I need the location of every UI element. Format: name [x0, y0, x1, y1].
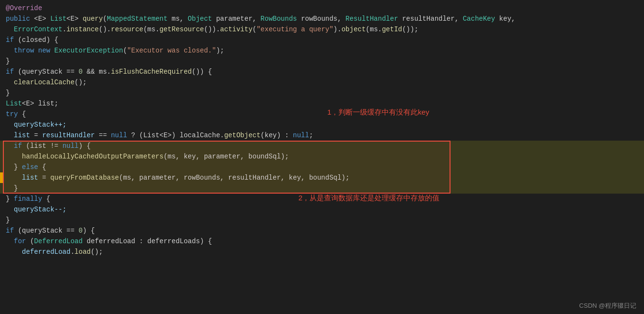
code-token: rowBounds,: [297, 13, 346, 24]
code-token: if: [6, 225, 14, 236]
code-token: }: [6, 162, 22, 172]
code-token: clearLocalCache: [14, 77, 75, 88]
code-line: } else {: [0, 162, 644, 172]
code-token: List: [6, 98, 22, 109]
code-token: [6, 24, 14, 35]
code-line: try {: [0, 109, 644, 119]
code-line: throw new ExecutorException("Executor wa…: [0, 45, 644, 56]
code-token: (ms, key, parameter, boundSql);: [164, 151, 289, 162]
code-line: queryStack++;: [0, 119, 644, 130]
code-line: deferredLoad.load();: [0, 247, 644, 257]
code-token: list: [22, 172, 39, 183]
code-token: "executing a query": [257, 24, 334, 35]
code-token: else: [22, 162, 39, 172]
code-token: <E> list;: [22, 98, 59, 109]
code-block: @Overridepublic <E> List<E> query(Mapped…: [0, 0, 644, 260]
code-token: public: [6, 13, 34, 24]
code-line: }: [0, 56, 644, 66]
code-token: ==: [95, 130, 111, 141]
code-token: [6, 141, 14, 151]
code-token: (list !=: [22, 141, 63, 151]
code-line: if (queryStack == 0 && ms.isFlushCacheRe…: [0, 66, 644, 77]
code-token: key,: [495, 13, 515, 24]
code-token: RowBounds: [260, 13, 297, 24]
code-token: if: [6, 66, 14, 77]
code-token: isFlushCacheRequired: [111, 66, 192, 77]
code-token: throw: [14, 45, 38, 56]
code-token: );: [216, 45, 224, 56]
code-token: <E>: [66, 13, 83, 24]
code-token: ResultHandler: [346, 13, 398, 24]
code-token: [6, 204, 14, 215]
code-token: }: [6, 194, 14, 204]
code-token: (ms.: [143, 24, 160, 35]
code-token: deferredLoad : deferredLoads) {: [83, 236, 212, 247]
code-token: 0: [78, 225, 82, 236]
code-token: null: [63, 141, 79, 151]
code-token: ()).: [204, 24, 220, 35]
code-token: [6, 77, 14, 88]
code-token: [6, 247, 22, 257]
code-token: (: [103, 13, 107, 24]
code-token: getResource: [159, 24, 204, 35]
code-token: }: [6, 88, 10, 98]
code-token: MappedStatement: [107, 13, 167, 24]
code-token: (ms, parameter, rowBounds, resultHandler…: [119, 172, 349, 183]
code-token: activity: [220, 24, 252, 35]
code-token: (queryStack ==: [14, 66, 78, 77]
code-token: parameter,: [212, 13, 261, 24]
code-token: if: [14, 141, 22, 151]
code-token: {: [42, 194, 51, 204]
code-line: list = resultHandler == null ? (List<E>)…: [0, 130, 644, 141]
code-token: (: [123, 45, 127, 56]
code-token: (ms.: [366, 24, 382, 35]
code-token: load: [75, 247, 91, 257]
code-token: ;: [309, 130, 313, 141]
code-token: queryStack++;: [14, 119, 66, 130]
code-token: ().: [99, 24, 111, 35]
code-token: && ms.: [83, 66, 111, 77]
code-line: public <E> List<E> query(MappedStatement…: [0, 13, 644, 24]
code-token: list: [14, 130, 30, 141]
code-line: queryStack--;: [0, 204, 644, 215]
code-token: (: [253, 24, 257, 35]
code-token: object: [341, 24, 365, 35]
code-line: for (DeferredLoad deferredLoad : deferre…: [0, 236, 644, 247]
code-token: ? (List<E>) localCache.: [127, 130, 224, 141]
code-token: (closed) {: [14, 35, 58, 45]
code-token: ).: [334, 24, 342, 35]
code-token: ();: [75, 77, 87, 88]
code-token: "Executor was closed.": [127, 45, 216, 56]
code-token: try: [6, 109, 18, 119]
code-line: list = queryFromDatabase(ms, parameter, …: [0, 172, 644, 183]
code-token: @Override: [6, 3, 42, 13]
code-token: resource: [111, 24, 143, 35]
code-token: getObject: [224, 130, 261, 141]
code-token: }: [6, 183, 18, 194]
code-line: ErrorContext.instance().resource(ms.getR…: [0, 24, 644, 35]
code-token: instance: [66, 24, 99, 35]
code-token: resultHandler,: [398, 13, 463, 24]
line-marker: [0, 172, 3, 183]
code-token: {: [38, 162, 46, 172]
code-token: [6, 236, 14, 247]
code-token: (: [26, 236, 34, 247]
code-line: if (queryStack == 0) {: [0, 225, 644, 236]
code-line: handleLocallyCachedOutputParameters(ms, …: [0, 151, 644, 162]
code-token: (key) :: [260, 130, 293, 141]
code-token: {: [18, 109, 26, 119]
code-token: =: [30, 130, 42, 141]
code-token: ms,: [167, 13, 188, 24]
code-token: query: [83, 13, 103, 24]
code-token: <E>: [34, 13, 51, 24]
code-token: ()) {: [192, 66, 212, 77]
code-token: .: [70, 247, 74, 257]
code-token: finally: [14, 194, 42, 204]
code-token: queryStack--;: [14, 204, 66, 215]
code-token: ) {: [83, 225, 95, 236]
code-token: ();: [90, 247, 103, 257]
code-token: [6, 119, 14, 130]
code-token: }: [6, 56, 10, 66]
code-token: DeferredLoad: [34, 236, 83, 247]
code-token: (queryStack ==: [14, 225, 78, 236]
